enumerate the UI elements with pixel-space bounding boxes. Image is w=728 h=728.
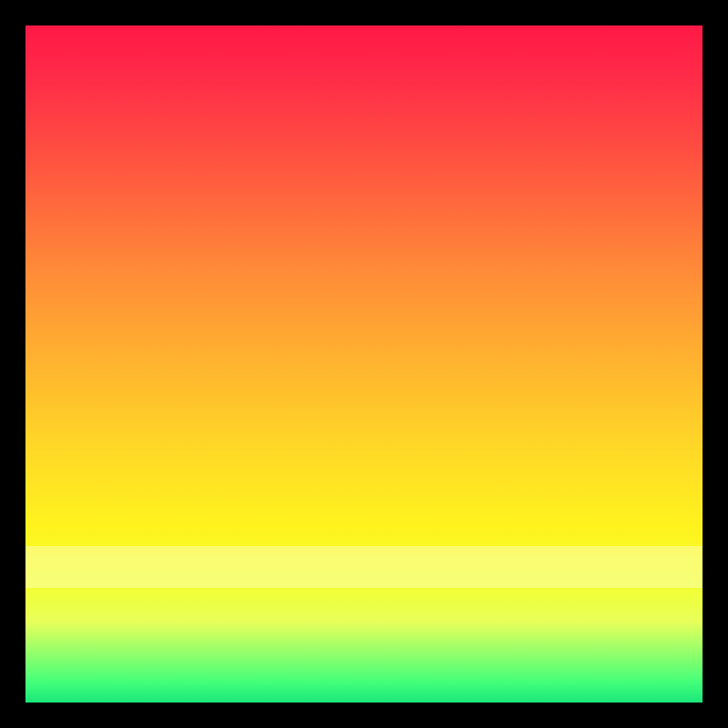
chart-svg [25,25,703,703]
